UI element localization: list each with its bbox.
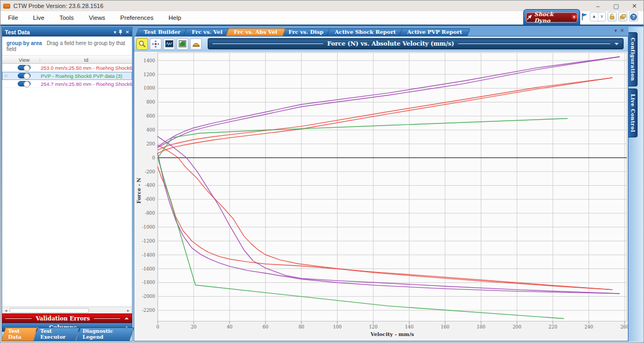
tab-live-control[interactable]: Live Control [628,89,638,137]
column-view[interactable]: View [11,57,38,63]
window-toolbar: ▲ ∨ ? [581,12,638,21]
dome-button[interactable] [190,38,202,50]
force-velocity-plot[interactable]: 0204060801001201401601802002202402601400… [134,52,628,341]
svg-text:140: 140 [405,324,413,330]
svg-text:-1400: -1400 [142,252,155,258]
maximize-button[interactable]: ▢ [607,1,625,11]
dome-icon [192,41,200,47]
fill-icon [179,40,186,47]
svg-text:200: 200 [513,324,521,330]
dropdown-icon[interactable]: ∨ [598,12,605,21]
scrollbar-thumb[interactable] [10,308,89,313]
trace-button[interactable] [163,38,175,50]
right-dock-strip: Configuration Live Control [628,27,643,341]
fill-button[interactable] [177,38,188,50]
svg-text:-1200: -1200 [142,238,155,244]
tab-active-pvp-report[interactable]: Active PVP Report [400,28,469,36]
table-row[interactable]: 253.0 mm/s:25.50 mm - Roehrig Shock6 Dat… [2,64,132,72]
close-button[interactable]: ✕ [625,1,643,11]
row-label: 254.7 mm/s:25.80 mm - Roehrig Shock6 Dat… [38,81,132,87]
panel-menu-icon[interactable]: ▾ [614,28,617,33]
svg-text:-800: -800 [145,210,155,216]
svg-text:-1800: -1800 [142,280,155,286]
tab-test-data[interactable]: Test Data [3,327,35,341]
horizontal-scrollbar[interactable]: ◄ ► [2,306,132,313]
scroll-right-icon[interactable]: ► [126,309,131,312]
view-toggle[interactable] [18,73,31,78]
group-by-label: group by area [6,40,42,46]
table-row[interactable]: ▷ PVP - Roehrig Shock6 PVP data (3) [2,72,132,80]
view-toggle[interactable] [18,81,31,86]
dock-pin-group: ▲ ∨ [590,12,606,21]
menu-tools[interactable]: Tools [52,12,82,23]
app-icon [3,4,10,9]
tab-configuration[interactable]: Configuration [628,32,638,86]
shock-dyno-button[interactable]: Shock Dyno ✕ [526,12,577,23]
main-area: Test Data ▾ ✕ group by area Drag a field… [1,25,643,342]
svg-text:-1600: -1600 [142,266,155,272]
svg-text:400: 400 [147,127,155,133]
menu-live[interactable]: Live [26,12,52,23]
pin-icon[interactable] [119,30,122,35]
tab-frc-vs-disp[interactable]: Frc vs. Disp [282,28,331,36]
svg-text:180: 180 [477,324,485,330]
tab-frc-vs-abs-vel[interactable]: Frc vs. Abs Vel [227,28,284,36]
svg-text:20: 20 [191,324,196,330]
minimize-button[interactable]: – [589,1,607,11]
collapse-chevron-icon [125,317,129,319]
help-icon: ? [630,13,637,20]
svg-text:-2000: -2000 [142,294,155,299]
pan-button[interactable] [150,38,162,50]
svg-text:-200: -200 [145,169,155,174]
menu-help[interactable]: Help [161,12,189,23]
svg-text:600: 600 [147,113,155,119]
validation-errors-header[interactable]: Validation Errors [2,313,132,323]
pan-icon [152,40,159,48]
panel-close-icon[interactable]: ✕ [620,28,624,33]
flag-icon[interactable] [581,13,588,21]
unlock-icon [609,13,615,20]
svg-text:-1000: -1000 [142,224,155,230]
svg-text:0: 0 [156,324,159,330]
unlock-button[interactable] [608,12,617,21]
svg-text:?: ? [632,14,635,19]
shock-dyno-label: Shock Dyno [534,11,569,24]
expand-arrow-icon[interactable]: ▷ [2,74,11,78]
svg-text:1400: 1400 [143,58,155,63]
app-window: CTW Probe Version: 23.6.28.1516 – ▢ ✕ Fi… [0,0,644,343]
layers-button[interactable] [618,12,627,21]
chart-title: Force (N) vs. Absolute Velocity (mm/s) [327,40,454,47]
svg-text:120: 120 [369,324,377,330]
tab-test-executor[interactable]: Test Executor [35,327,78,341]
group-by-bar[interactable]: group by area Drag a field here to group… [2,37,132,56]
menu-views[interactable]: Views [82,12,113,23]
svg-text:0: 0 [152,155,155,160]
chart-body: Force (N) vs. Absolute Velocity (mm/s) 0… [134,36,628,341]
column-id[interactable]: Id [40,57,132,63]
window-title: CTW Probe Version: 23.6.28.1516 [13,3,104,9]
svg-text:240: 240 [584,324,593,330]
validation-errors-label: Validation Errors [36,315,90,322]
view-toggle[interactable] [18,65,31,70]
chart-toolbar: Force (N) vs. Absolute Velocity (mm/s) [134,37,628,52]
tab-frc-vs-vel[interactable]: Frc vs. Vel [185,28,229,36]
zoom-icon [138,40,146,48]
svg-text:-400: -400 [145,183,155,188]
svg-text:60: 60 [262,324,268,330]
help-button[interactable]: ? [629,12,638,21]
collapse-up-icon[interactable]: ▲ [590,12,598,21]
zoom-button[interactable] [136,38,148,50]
chart-title-band[interactable]: Force (N) vs. Absolute Velocity (mm/s) [208,38,624,49]
panel-close-icon[interactable]: ✕ [125,30,129,35]
menu-file[interactable]: File [1,12,26,23]
scroll-left-icon[interactable]: ◄ [3,309,9,312]
svg-text:40: 40 [226,324,232,330]
tab-test-builder[interactable]: Test Builder [137,28,187,36]
menu-preferences[interactable]: Preferences [113,12,161,23]
tab-diagnostic-legend[interactable]: Diagnostic Legend [78,327,132,341]
svg-text:200: 200 [147,141,155,147]
panel-empty-space [2,88,132,306]
table-row[interactable]: 254.7 mm/s:25.80 mm - Roehrig Shock6 Dat… [2,80,132,88]
panel-menu-icon[interactable]: ▾ [114,30,116,35]
tab-active-shock-report[interactable]: Active Shock Report [328,28,403,36]
